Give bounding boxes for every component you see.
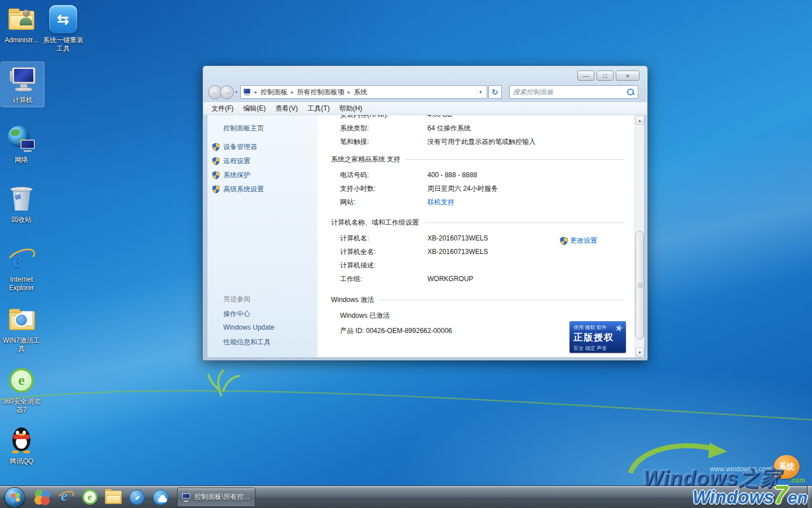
desktop-icon-qq[interactable]: 腾讯QQ (0, 426, 43, 466)
ie-icon: e (8, 246, 35, 271)
scroll-up-icon: ▲ (638, 119, 642, 122)
menu-help[interactable]: 帮助(H) (339, 104, 363, 113)
desktop-icon-360-browser[interactable]: e 360安全浏览器7 (0, 366, 43, 414)
forward-icon: → (223, 88, 231, 97)
online-support-link[interactable]: 联机支持 (427, 199, 454, 206)
search-icon[interactable] (626, 88, 634, 96)
system-tray-icons[interactable] (711, 498, 750, 505)
vertical-scrollbar[interactable]: ▲ ▼ (634, 115, 644, 357)
control-panel-window-icon (181, 493, 191, 502)
info-row: 安装内存(RAM): 4.00 GB (331, 115, 634, 119)
taskbar-item-360-browser[interactable]: e (78, 486, 102, 508)
taskbar-item-explorer[interactable] (102, 486, 125, 508)
info-row: 计算机描述: (331, 262, 634, 269)
close-button[interactable]: × (616, 71, 639, 81)
sidebar-item-system-protection[interactable]: 系统保护 (212, 170, 250, 180)
menu-edit[interactable]: 编辑(E) (243, 104, 266, 113)
start-button[interactable] (5, 487, 25, 507)
scroll-down-button[interactable]: ▼ (636, 348, 644, 357)
user-folder-icon (8, 8, 34, 30)
tray-icon[interactable] (722, 498, 729, 505)
learn-more-online-link[interactable]: 联机了解更多内容... (566, 356, 626, 357)
refresh-icon: ↻ (492, 87, 498, 97)
desktop-icon-network[interactable]: 网络 (0, 124, 43, 164)
icon-label: 回收站 (0, 216, 43, 224)
menu-tools[interactable]: 工具(T) (307, 104, 329, 113)
tray-icon[interactable] (711, 498, 718, 505)
close-icon: × (625, 72, 630, 80)
desktop-icon-win7-activation[interactable]: WIN7激活工具 (0, 305, 43, 353)
desktop-icon-computer[interactable]: 计算机 (1, 62, 44, 107)
menu-file[interactable]: 文件(F) (211, 104, 233, 113)
genuine-star-icon: ★ (614, 322, 624, 335)
section-header-support: 系统之家精品系统 支持 (331, 155, 634, 164)
desktop: { "colors": { "accent": "#2e6db8", "link… (0, 0, 812, 508)
icon-label: 腾讯QQ (0, 457, 43, 466)
windows-flag-icon (11, 493, 20, 502)
minimize-icon: — (583, 73, 589, 79)
taskbar-item-qq-browser[interactable] (149, 486, 173, 508)
taskbar-item-360-safe[interactable] (30, 486, 54, 508)
breadcrumb-control-panel[interactable]: 控制面板 (260, 87, 288, 97)
refresh-button[interactable]: ↻ (488, 85, 502, 99)
breadcrumb-all-items[interactable]: 所有控制面板项 (297, 87, 345, 97)
activation-status: Windows 已激活 (331, 312, 634, 319)
recent-pages-dropdown[interactable]: ▾ (235, 89, 238, 95)
search-box[interactable]: 搜索控制面板 (509, 85, 638, 99)
menu-view[interactable]: 查看(V) (275, 104, 298, 113)
recycle-bin-icon (10, 186, 33, 212)
scrollbar-thumb[interactable] (636, 231, 644, 339)
crumb-arrow-icon[interactable]: ▸ (345, 89, 354, 95)
back-icon: ← (211, 88, 219, 97)
sidebar-item-remote-settings[interactable]: 远程设置 (212, 156, 250, 166)
icon-label: WIN7激活工具 (0, 336, 43, 353)
tray-icon[interactable] (732, 498, 739, 505)
taskbar-item-browser-compass[interactable] (125, 486, 149, 508)
sidebar-item-advanced-settings[interactable]: 高级系统设置 (212, 185, 264, 194)
taskbar-window-button-control-panel[interactable]: 控制面板\所有控... (177, 488, 255, 507)
search-placeholder: 搜索控制面板 (513, 87, 626, 97)
info-row: 支持小时数: 周日至周六 24小时服务 (331, 185, 634, 192)
crumb-arrow-icon[interactable]: ▸ (288, 89, 297, 95)
sidebar-item-device-manager[interactable]: 设备管理器 (212, 142, 257, 152)
scroll-down-icon: ▼ (638, 351, 642, 354)
desktop-icon-internet-explorer[interactable]: e Internet Explorer (0, 244, 43, 292)
uac-shield-icon (212, 157, 220, 165)
address-dropdown-icon[interactable]: ▾ (476, 89, 484, 95)
desktop-icon-recycle-bin[interactable]: 回收站 (0, 184, 43, 224)
sidebar-item-performance-tools[interactable]: 性能信息和工具 (223, 338, 271, 347)
maximize-button[interactable]: □ (597, 71, 614, 81)
sidebar-item-windows-update[interactable]: Windows Update (223, 323, 275, 331)
system-control-panel-window: — □ × ← → ▾ ▸ 控制面板 ▸ 所有控制面板项 ▸ 系统 ▾ ↻ 搜索… (202, 65, 648, 361)
change-settings-link[interactable]: 更改设置 (560, 236, 597, 246)
info-row: 网站: 联机支持 (331, 199, 634, 206)
taskbar-item-internet-explorer[interactable]: e (54, 486, 78, 508)
360-safe-icon (34, 489, 50, 505)
info-row: 笔和触摸: 没有可用于此显示器的笔或触控输入 (331, 138, 634, 146)
minimize-button[interactable]: — (577, 71, 594, 81)
watermark-badge: 系统 (774, 455, 800, 479)
scroll-up-button[interactable]: ▲ (636, 116, 644, 125)
forward-button[interactable]: → (220, 85, 234, 99)
address-bar[interactable]: ▸ 控制面板 ▸ 所有控制面板项 ▸ 系统 ▾ (240, 85, 487, 99)
360-browser-icon: e (82, 489, 98, 505)
tray-icon[interactable] (743, 498, 750, 505)
sidebar-item-action-center[interactable]: 操作中心 (223, 309, 250, 319)
info-row: 计算机全名: XB-20160713WELS (331, 248, 634, 256)
desktop-icon-administrator[interactable]: Administr... (0, 5, 43, 45)
sidebar-item-control-panel-home[interactable]: 控制面板主页 (223, 124, 264, 133)
swap-arrows-icon: ⇆ (49, 5, 77, 33)
icon-label: Administr... (0, 36, 43, 45)
breadcrumb-system[interactable]: 系统 (353, 87, 368, 97)
ie-icon: e (58, 489, 74, 505)
folder-icon (105, 491, 122, 504)
system-page-icon (243, 89, 251, 95)
desktop-icon-reinstall-tool[interactable]: ⇆ 系统一键重装工具 (42, 5, 85, 53)
icon-label: 网络 (0, 156, 43, 164)
icon-label: 计算机 (1, 96, 44, 104)
genuine-microsoft-badge[interactable]: 使用 微软 软件 ★ 正版授权 安全 稳定 声誉 (570, 321, 626, 353)
sidebar-see-also-header: 另请参阅 (223, 295, 250, 304)
caption-buttons: — □ × (577, 71, 639, 81)
show-desktop-button[interactable] (807, 485, 812, 508)
uac-shield-icon (212, 143, 220, 151)
